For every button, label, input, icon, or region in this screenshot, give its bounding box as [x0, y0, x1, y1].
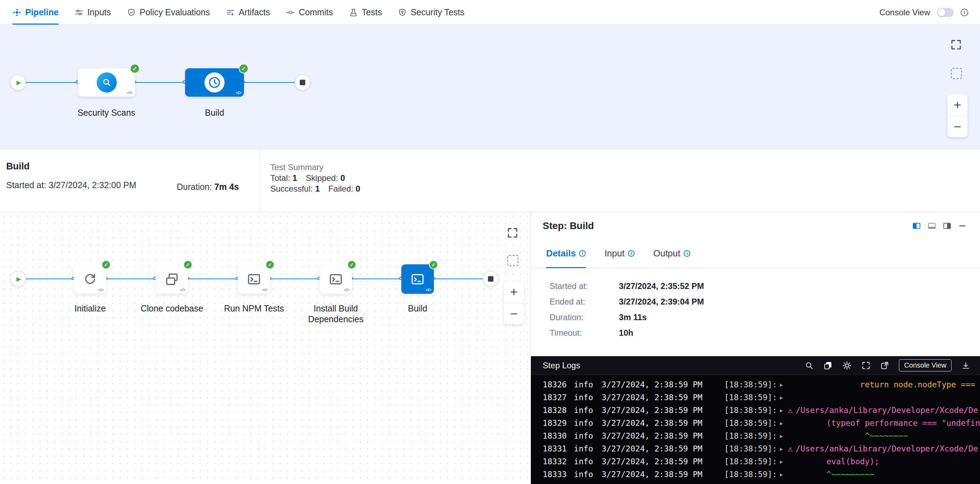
log-level: info: [574, 417, 601, 430]
info-icon[interactable]: [628, 250, 635, 257]
tab-details[interactable]: Details: [546, 240, 585, 268]
tab-commits[interactable]: Commits: [286, 0, 333, 25]
step-details: Started at: 3/27/2024, 2:35:52 PM Ended …: [531, 268, 980, 356]
sync-icon: [83, 272, 97, 287]
code-glyph: </>: [98, 287, 103, 292]
tab-inputs[interactable]: Inputs: [75, 0, 111, 25]
minimize-panel-icon[interactable]: [958, 221, 967, 230]
total-value: 1: [293, 173, 297, 182]
log-line: 18331info3/27/2024, 2:38:59 PM[18:38:59]…: [531, 443, 980, 455]
tab-input[interactable]: Input: [605, 240, 635, 268]
step-node-initialize[interactable]: </>: [74, 264, 107, 294]
console-view-toggle[interactable]: [937, 8, 954, 17]
log-content: /Users/anka/Library/Developer/Xcode/De: [795, 443, 978, 455]
panel-view-controls: [912, 221, 967, 230]
detail-row: Timeout: 10h: [550, 329, 980, 337]
log-timestamp: [18:38:59]:: [724, 391, 779, 404]
tab-policy-evaluations[interactable]: Policy Evaluations: [127, 0, 210, 25]
log-level: info: [574, 468, 601, 481]
sliders-icon: [75, 8, 84, 17]
tab-security-tests[interactable]: Security Tests: [398, 0, 465, 25]
log-time: 3/27/2024, 2:38:59 PM: [601, 455, 724, 468]
tab-label: Pipeline: [25, 7, 59, 17]
edge-connector: [26, 82, 78, 83]
log-line-number: 18330: [542, 430, 574, 443]
expand-caret-icon[interactable]: ▸: [779, 468, 788, 481]
step-graph-canvas[interactable]: </> </> </> </>: [0, 213, 531, 484]
expand-caret-icon[interactable]: ▸: [779, 391, 788, 404]
zoom-in-button[interactable]: [947, 94, 967, 116]
log-level: info: [574, 455, 601, 468]
detail-label: Started at:: [550, 282, 619, 290]
detail-row: Started at: 3/27/2024, 2:35:52 PM: [550, 282, 980, 290]
code-glyph: </>: [344, 287, 349, 292]
expand-caret-icon[interactable]: ▸: [779, 430, 788, 443]
log-timestamp: [18:38:59]:: [724, 417, 779, 430]
zoom-out-button[interactable]: [947, 116, 967, 137]
total-label: Total:: [270, 173, 290, 182]
open-in-new-icon[interactable]: [880, 361, 889, 370]
steps-start-node: [10, 271, 26, 287]
skipped-label: Skipped:: [305, 173, 338, 182]
success-check-icon: [266, 260, 274, 269]
step-node-install-build-dependencies[interactable]: </>: [320, 264, 352, 294]
log-content: ^~~~~~~~~~: [788, 468, 874, 481]
fullscreen-icon[interactable]: [861, 361, 870, 370]
stage-node-security-scans[interactable]: </>: [78, 68, 135, 97]
search-icon[interactable]: [805, 361, 814, 370]
zoom-in-button[interactable]: [504, 281, 524, 303]
log-line-number: 18329: [542, 417, 574, 430]
log-line-number: 18327: [542, 391, 574, 404]
edge-connector: [434, 279, 483, 279]
detail-label: Ended at:: [550, 298, 619, 306]
split-right-view-icon[interactable]: [943, 221, 951, 230]
log-time: 3/27/2024, 2:38:59 PM: [601, 404, 724, 417]
expand-canvas-icon[interactable]: [950, 39, 962, 51]
info-icon[interactable]: [961, 9, 968, 16]
expand-caret-icon[interactable]: ▸: [779, 378, 788, 391]
log-line: 18333info3/27/2024, 2:38:59 PM[18:38:59]…: [531, 468, 980, 481]
step-node-clone-codebase[interactable]: </>: [156, 264, 188, 294]
settings-gear-icon[interactable]: [842, 361, 852, 370]
download-icon[interactable]: [961, 361, 970, 370]
log-time: 3/27/2024, 2:38:59 PM: [601, 468, 724, 481]
stage-graph[interactable]: </> </> Security Scans Build: [0, 25, 980, 150]
info-icon[interactable]: [579, 250, 585, 257]
log-level: info: [574, 391, 601, 404]
copy-icon[interactable]: [823, 361, 832, 370]
clone-icon: [165, 272, 179, 287]
tab-tests[interactable]: Tests: [349, 0, 382, 25]
stop-icon: [488, 276, 493, 282]
step-node-build[interactable]: </>: [401, 264, 434, 294]
split-bottom-view-icon[interactable]: [928, 221, 936, 230]
tab-output[interactable]: Output: [653, 240, 690, 268]
tab-label: Tests: [362, 7, 382, 17]
log-level: info: [574, 404, 601, 417]
edge-connector: [270, 279, 320, 279]
expand-caret-icon[interactable]: ▸: [779, 417, 788, 430]
step-node-run-npm-tests[interactable]: </>: [238, 264, 270, 294]
zoom-out-button[interactable]: [504, 303, 524, 324]
split-left-view-icon[interactable]: [912, 221, 921, 230]
expand-caret-icon[interactable]: ▸: [779, 443, 788, 455]
edge-connector: [352, 279, 401, 279]
tab-pipeline[interactable]: Pipeline: [13, 0, 59, 25]
code-glyph: </>: [180, 287, 185, 292]
bottom-split: </> </> </> </>: [0, 213, 980, 484]
skipped-value: 0: [340, 173, 345, 182]
selection-tool-icon[interactable]: [508, 255, 519, 266]
flask-icon: [349, 8, 358, 17]
console-view-button[interactable]: Console View: [899, 359, 951, 371]
expand-caret-icon[interactable]: ▸: [779, 404, 788, 417]
expand-caret-icon[interactable]: ▸: [779, 455, 788, 468]
play-icon: [15, 79, 21, 86]
shield-lock-icon: [398, 8, 407, 17]
info-icon[interactable]: [684, 250, 690, 257]
edge-connector: [26, 279, 74, 279]
log-content: return node.nodeType ===: [788, 378, 975, 391]
step-logs-header: Step Logs: [531, 356, 980, 375]
selection-tool-icon[interactable]: [951, 68, 962, 79]
expand-canvas-icon[interactable]: [507, 227, 519, 239]
stage-node-build[interactable]: </>: [185, 68, 244, 97]
tab-artifacts[interactable]: Artifacts: [226, 0, 270, 25]
